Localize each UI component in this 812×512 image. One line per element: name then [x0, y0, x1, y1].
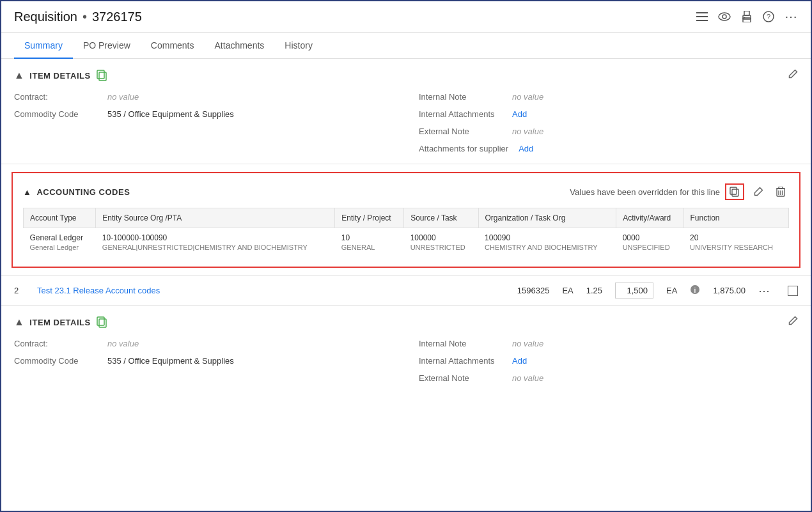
field-external-note-1: External Note no value — [419, 127, 798, 136]
item-details-title-1: ▲ ITEM DETAILS — [14, 69, 109, 82]
line-total-2: 1,875.00 — [713, 286, 746, 295]
item-details-header-2: ▲ ITEM DETAILS — [14, 316, 798, 329]
accounting-codes-section: ▲ ACCOUNTING CODES Values have been over… — [12, 172, 800, 268]
svg-rect-24 — [97, 317, 104, 325]
cell-entity-source: 10-100000-100090 GENERAL|UNRESTRICTED|CH… — [96, 228, 335, 257]
field-contract-2: Contract: no value — [14, 339, 393, 348]
more-icon[interactable]: ⋯ — [785, 9, 798, 24]
line-number-2: 2 — [14, 286, 29, 295]
line-name-2[interactable]: Test 23.1 Release Account codes — [37, 286, 507, 295]
svg-rect-23 — [99, 319, 106, 327]
tab-summary[interactable]: Summary — [14, 33, 73, 58]
fields-left-2: Contract: no value Commodity Code 535 / … — [14, 339, 393, 383]
accounting-codes-header: ▲ ACCOUNTING CODES Values have been over… — [23, 183, 789, 200]
col-source-task: Source / Task — [404, 208, 478, 228]
line-meta-2: 1596325 EA 1.25 1,500 EA i 1,875.00 ⋯ — [517, 283, 798, 299]
svg-rect-1 — [696, 16, 708, 17]
field-internal-attachments-1: Internal Attachments Add — [419, 109, 798, 119]
col-function: Function — [683, 208, 788, 228]
item-details-title-2: ▲ ITEM DETAILS — [14, 316, 109, 329]
print-icon[interactable] — [741, 11, 753, 22]
commodity-value-1: 535 / Office Equipment & Supplies — [107, 109, 234, 119]
svg-point-8 — [744, 17, 746, 19]
svg-rect-5 — [743, 18, 751, 22]
item-details-fields-2: Contract: no value Commodity Code 535 / … — [14, 339, 798, 383]
field-commodity-1: Commodity Code 535 / Office Equipment & … — [14, 109, 393, 119]
contract-value-1: no value — [107, 92, 139, 102]
accounting-wrapper: ▲ ACCOUNTING CODES Values have been over… — [1, 164, 811, 275]
internal-note-value-2: no value — [512, 339, 543, 348]
line-unit-2: EA — [562, 286, 573, 295]
col-account-type: Account Type — [24, 208, 96, 228]
chevron-up-accounting: ▲ — [23, 187, 31, 197]
field-internal-note-2: Internal Note no value — [419, 339, 798, 348]
menu-icon[interactable] — [696, 12, 708, 21]
delete-accounting-button[interactable] — [772, 184, 789, 199]
col-entity-source: Entity Source Org /PTA — [96, 208, 335, 228]
edit-icon-2[interactable] — [788, 316, 798, 329]
override-text: Values have been overridden for this lin… — [570, 187, 720, 197]
col-activity-award: Activity/Award — [616, 208, 683, 228]
field-internal-attachments-2: Internal Attachments Add — [419, 356, 798, 366]
accounting-table: Account Type Entity Source Org /PTA Enti… — [23, 208, 789, 256]
line-part-number-2: 1596325 — [517, 286, 550, 295]
app-container: Requisition • 3726175 ? ⋯ Summary PO Pre… — [0, 0, 812, 512]
fields-right-1: Internal Note no value Internal Attachme… — [419, 92, 798, 153]
eye-icon[interactable] — [718, 12, 731, 21]
content: ▲ ITEM DETAILS Contract: no value — [1, 59, 811, 393]
copy-icon-small — [96, 69, 109, 82]
line-item-2: 2 Test 23.1 Release Account codes 159632… — [1, 275, 811, 306]
col-entity-project: Entity / Project — [335, 208, 404, 228]
svg-text:?: ? — [767, 13, 770, 20]
cell-org-task: 100090 CHEMISTRY AND BIOCHEMISTRY — [478, 228, 616, 257]
svg-point-3 — [719, 13, 730, 20]
contract-value-2: no value — [107, 339, 139, 348]
external-note-value-1: no value — [512, 127, 543, 136]
info-icon-2[interactable]: i — [690, 284, 700, 297]
svg-rect-2 — [696, 20, 708, 21]
tab-attachments[interactable]: Attachments — [205, 33, 275, 58]
tab-po-preview[interactable]: PO Preview — [73, 33, 141, 58]
item-details-section-1: ▲ ITEM DETAILS Contract: no value — [1, 59, 811, 164]
item-details-header-1: ▲ ITEM DETAILS — [14, 69, 798, 82]
accounting-table-header-row: Account Type Entity Source Org /PTA Enti… — [24, 208, 789, 228]
internal-attachments-link-1[interactable]: Add — [512, 109, 527, 119]
col-org-task: Organization / Task Org — [478, 208, 616, 228]
title-dot: • — [82, 10, 87, 24]
tabs: Summary PO Preview Comments Attachments … — [1, 33, 811, 59]
copy-button[interactable] — [725, 183, 744, 200]
edit-icon-1[interactable] — [788, 69, 798, 82]
svg-point-4 — [722, 15, 726, 19]
cell-function: 20 UNIVERSITY RESEARCH — [683, 228, 788, 257]
requisition-number: 3726175 — [92, 10, 142, 24]
fields-left-1: Contract: no value Commodity Code 535 / … — [14, 92, 393, 153]
edit-accounting-button[interactable] — [749, 184, 767, 199]
cell-activity-award: 0000 UNSPECIFIED — [616, 228, 683, 257]
internal-note-value-1: no value — [512, 92, 543, 102]
line-checkbox-2[interactable] — [788, 286, 798, 296]
attachments-supplier-link-1[interactable]: Add — [519, 144, 533, 153]
cell-account-type: General Ledger General Ledger — [24, 228, 96, 257]
help-icon[interactable]: ? — [763, 11, 774, 22]
field-internal-note-1: Internal Note no value — [419, 92, 798, 102]
internal-attachments-link-2[interactable]: Add — [512, 356, 527, 366]
accounting-table-row: General Ledger General Ledger 10-100000-… — [24, 228, 789, 257]
fields-right-2: Internal Note no value Internal Attachme… — [419, 339, 798, 383]
tab-comments[interactable]: Comments — [141, 33, 205, 58]
page-title: Requisition • 3726175 — [14, 10, 142, 24]
cell-source-task: 100000 UNRESTRICTED — [404, 228, 478, 257]
line-qty-unit-2: EA — [666, 286, 677, 295]
svg-rect-13 — [732, 189, 738, 196]
cell-entity-project: 10 GENERAL — [335, 228, 404, 257]
header: Requisition • 3726175 ? ⋯ — [1, 1, 811, 33]
svg-rect-12 — [97, 70, 104, 79]
tab-history[interactable]: History — [274, 33, 323, 58]
field-commodity-2: Commodity Code 535 / Office Equipment & … — [14, 356, 393, 366]
svg-rect-14 — [730, 187, 737, 194]
accounting-actions: Values have been overridden for this lin… — [570, 183, 789, 200]
svg-rect-17 — [779, 187, 783, 189]
line-quantity-box-2[interactable]: 1,500 — [615, 283, 653, 299]
line-menu-2[interactable]: ⋯ — [758, 284, 770, 298]
header-icons: ? ⋯ — [696, 9, 798, 24]
field-external-note-2: External Note no value — [419, 373, 798, 383]
